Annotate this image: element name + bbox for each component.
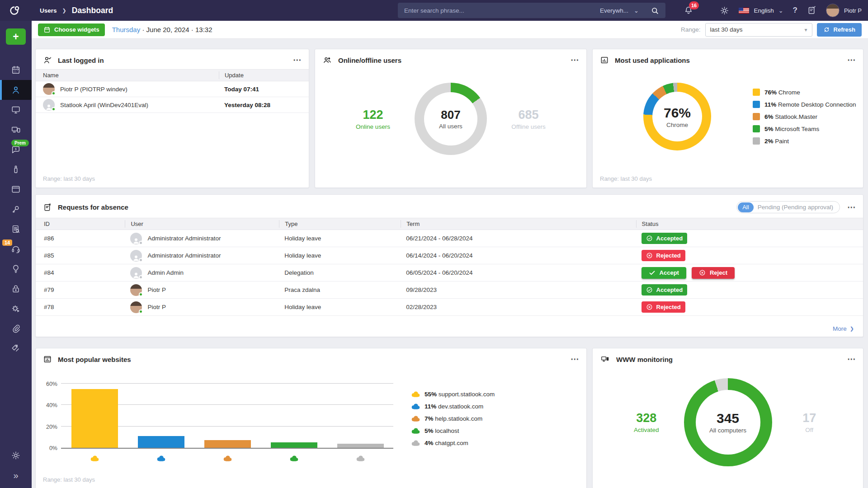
accept-button[interactable]: Accept	[642, 267, 686, 279]
applications-donut-chart[interactable]: 76% Chrome	[643, 83, 711, 150]
sidebar-item-calendar[interactable]	[0, 60, 32, 80]
bar-chatgpt.com[interactable]	[337, 444, 384, 448]
widget-title: Last logged in	[58, 56, 104, 64]
widget-menu-button[interactable]: ⋯	[571, 357, 579, 361]
table-row[interactable]: #84Admin AdminDelegation06/05/2024 - 06/…	[36, 264, 863, 282]
sidebar-item-knowledge[interactable]	[0, 259, 32, 279]
sidebar-item-computers[interactable]	[0, 100, 32, 120]
offline-users-stat: 685 Offline users	[511, 108, 546, 130]
table-row[interactable]: #78Piotr PHoliday leave02/28/2023Rejecte…	[36, 299, 863, 316]
bar-dev.statlook.com[interactable]	[138, 436, 184, 448]
reject-button[interactable]: Reject	[692, 267, 735, 279]
more-arrow-icon: ❯	[850, 326, 854, 332]
help-button[interactable]: ?	[793, 6, 797, 15]
bar-favicon-support.statlook.com	[90, 455, 99, 462]
column-header-update[interactable]: Update	[219, 71, 302, 79]
bar-localhost[interactable]	[271, 442, 317, 448]
statlook-logo[interactable]	[0, 5, 32, 16]
legend-item[interactable]: 2% Paint	[753, 135, 856, 147]
online-users-stat: 122 Online users	[356, 108, 390, 130]
weekday-label[interactable]: Thursday	[112, 26, 141, 33]
presence-dot	[139, 241, 143, 245]
sidebar-item-licenses[interactable]	[0, 199, 32, 219]
clipboard-search-icon	[11, 224, 21, 234]
absence-filter-toggle[interactable]: All Pending (Pending approval)	[736, 201, 840, 213]
legend-item[interactable]: 11% Remote Desktop Connection	[753, 99, 856, 111]
avatar	[130, 233, 142, 244]
column-header-user[interactable]: User	[125, 220, 279, 228]
chevron-down-icon[interactable]: ⌄	[634, 8, 639, 14]
notifications-button[interactable]: 16	[684, 5, 693, 16]
widget-menu-button[interactable]: ⋯	[847, 58, 856, 62]
status-badge-accepted: Accepted	[642, 233, 688, 244]
user-menu[interactable]: Piotr P	[826, 4, 862, 17]
search-scope-select[interactable]: Everywh...	[600, 7, 628, 14]
chevron-down-icon: ⌄	[778, 8, 783, 14]
column-header-term[interactable]: Term	[401, 220, 636, 228]
sun-icon	[720, 6, 729, 15]
theme-brightness-button[interactable]	[720, 6, 729, 15]
sidebar-item-devices[interactable]	[0, 120, 32, 140]
filter-all[interactable]: All	[738, 202, 753, 212]
widget-title: WWW monitoring	[616, 356, 673, 363]
online-offline-donut-chart[interactable]: 807 All users	[415, 83, 487, 155]
column-header-id[interactable]: ID	[44, 221, 125, 227]
release-notes-button[interactable]	[807, 5, 816, 15]
current-date: Thursday · June 20, 2024 · 13:32	[112, 26, 212, 33]
sidebar-item-security[interactable]	[0, 279, 32, 299]
sidebar-collapse-button[interactable]: »	[0, 465, 32, 485]
sidebar-item-assets[interactable]	[0, 338, 32, 358]
legend-item[interactable]: 76% Chrome	[753, 86, 856, 99]
search-bar[interactable]: Everywh... ⌄	[398, 3, 665, 18]
legend-item[interactable]: 5% localhost	[411, 425, 495, 437]
widget-menu-button[interactable]: ⋯	[847, 357, 856, 361]
avatar	[130, 284, 142, 296]
www-monitoring-donut-chart[interactable]: 345 All computers	[684, 378, 772, 466]
widget-menu-button[interactable]: ⋯	[293, 58, 302, 62]
headset-icon	[11, 244, 21, 254]
widget-menu-button[interactable]: ⋯	[571, 58, 579, 62]
breadcrumb-section[interactable]: Users	[40, 7, 57, 14]
range-select[interactable]: last 30 days ▾	[705, 23, 812, 37]
search-icon[interactable]	[651, 6, 659, 15]
sidebar-item-settings[interactable]	[0, 446, 32, 465]
widget-menu-button[interactable]: ⋯	[847, 206, 856, 209]
legend-item[interactable]: 6% Statlook.Master	[753, 111, 856, 123]
applications-legend: 76% Chrome11% Remote Desktop Connection6…	[753, 86, 856, 147]
sidebar-item-users[interactable]	[0, 80, 32, 100]
cloud-icon	[411, 427, 420, 434]
sidebar-item-messenger[interactable]: Prem	[0, 140, 32, 160]
sidebar-item-applications[interactable]	[0, 179, 32, 199]
legend-item[interactable]: 55% support.statlook.com	[411, 388, 495, 400]
legend-item[interactable]: 5% Microsoft Teams	[753, 123, 856, 135]
table-header: ID User Type Term Status	[36, 218, 863, 230]
table-row[interactable]: #86Administrator AdministratorHoliday le…	[36, 230, 863, 247]
legend-item[interactable]: 4% chatgpt.com	[411, 437, 495, 449]
add-button[interactable]: +	[6, 28, 26, 45]
legend-item[interactable]: 11% dev.statlook.com	[411, 400, 495, 413]
request-user: Piotr P	[125, 284, 279, 296]
sidebar-item-audit[interactable]	[0, 219, 32, 239]
bar-support.statlook.com[interactable]	[71, 389, 118, 448]
table-row[interactable]: #79Piotr PPraca zdalna09/28/2023Accepted	[36, 282, 863, 299]
filter-pending[interactable]: Pending (Pending approval)	[758, 204, 833, 211]
legend-item[interactable]: 7% help.statlook.com	[411, 413, 495, 425]
table-row[interactable]: Statlook April (WinDev2401Eval)Yesterday…	[36, 97, 309, 113]
table-row[interactable]: #85Administrator AdministratorHoliday le…	[36, 247, 863, 264]
refresh-button[interactable]: Refresh	[817, 23, 862, 37]
search-input[interactable]	[404, 7, 594, 14]
language-select[interactable]: English ⌄	[739, 7, 783, 14]
sidebar-item-usb-devices[interactable]	[0, 160, 32, 179]
more-link[interactable]: More ❯	[833, 325, 854, 332]
sidebar-item-automation[interactable]	[0, 299, 32, 319]
legend-swatch	[753, 101, 760, 108]
choose-widgets-button[interactable]: Choose widgets	[38, 23, 105, 36]
column-header-status[interactable]: Status	[636, 220, 855, 228]
table-row[interactable]: Piotr P (PIOTRP windev)Today 07:41	[36, 81, 309, 97]
notifications-count-badge: 16	[689, 1, 699, 9]
column-header-name[interactable]: Name	[43, 72, 219, 79]
bar-help.statlook.com[interactable]	[204, 440, 251, 448]
sidebar-item-helpdesk[interactable]: 14	[0, 239, 32, 259]
column-header-type[interactable]: Type	[279, 220, 401, 228]
sidebar-item-attachments[interactable]	[0, 319, 32, 338]
